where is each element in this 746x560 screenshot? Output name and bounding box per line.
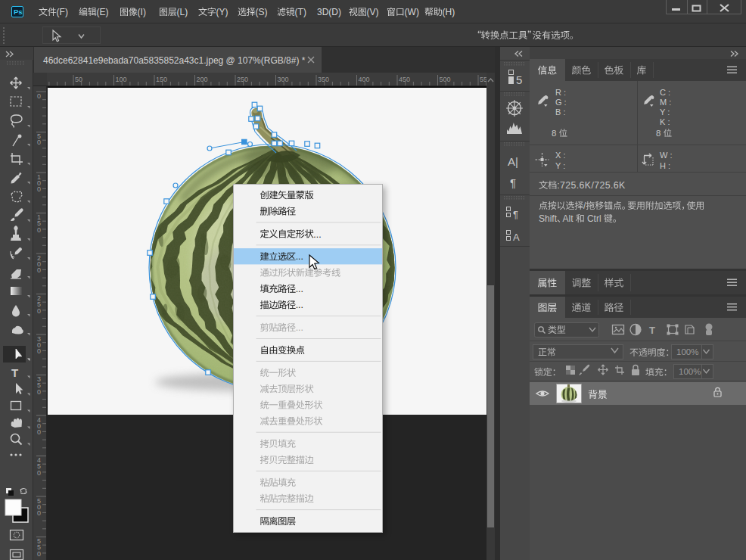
svg-text:0: 0 <box>37 307 41 315</box>
svg-text:150: 150 <box>156 76 167 83</box>
svg-text:100: 100 <box>116 76 127 83</box>
svg-text:R :: R : <box>555 88 566 97</box>
svg-text:0: 0 <box>37 138 41 146</box>
svg-text:0: 0 <box>37 226 41 234</box>
svg-text:0: 0 <box>37 428 41 436</box>
svg-text:0: 0 <box>37 469 41 477</box>
svg-text:¶: ¶ <box>510 176 516 189</box>
svg-text:Ctrl: Ctrl <box>585 213 604 224</box>
svg-text:G :: G : <box>555 98 567 107</box>
svg-text:(E): (E) <box>97 7 109 17</box>
svg-text:(F): (F) <box>57 7 68 17</box>
svg-text:100%: 100% <box>676 347 698 356</box>
svg-text:Y :: Y : <box>555 161 565 170</box>
svg-text:...: ... <box>296 251 303 262</box>
svg-text:8: 8 <box>552 129 559 138</box>
svg-text:W :: W : <box>660 151 673 160</box>
svg-text:(L): (L) <box>177 7 188 17</box>
svg-text:0: 0 <box>37 347 41 355</box>
svg-text:250: 250 <box>237 76 248 83</box>
svg-text:...: ... <box>296 322 303 333</box>
svg-text:0: 0 <box>37 509 41 517</box>
svg-text:(H): (H) <box>443 7 455 17</box>
svg-text:200: 200 <box>197 76 208 83</box>
svg-text:T: T <box>649 325 655 336</box>
svg-text:0: 0 <box>37 92 41 100</box>
svg-text:Y :: Y : <box>660 107 670 117</box>
svg-text:8: 8 <box>656 129 664 138</box>
svg-text:C :: C : <box>660 88 670 97</box>
svg-text:Alt: Alt <box>563 213 576 224</box>
svg-text::725.6K/725.6K: :725.6K/725.6K <box>557 180 626 191</box>
svg-text:500: 500 <box>440 76 451 83</box>
svg-text:0: 0 <box>37 185 41 193</box>
svg-text:M :: M : <box>660 98 671 107</box>
svg-text:H :: H : <box>660 161 670 170</box>
svg-text:Ps: Ps <box>14 8 23 16</box>
svg-text:46dce62841e9ebada70a5835852a43: 46dce62841e9ebada70a5835852a43c1.jpeg @ … <box>43 55 306 66</box>
svg-text:K :: K : <box>660 117 670 126</box>
svg-text:(T): (T) <box>295 7 306 17</box>
svg-text:A: A <box>513 232 520 243</box>
svg-text:Shift: Shift <box>539 213 558 224</box>
svg-text:0: 0 <box>37 266 41 274</box>
svg-text:(V): (V) <box>367 7 379 17</box>
svg-text:3D(D): 3D(D) <box>317 7 341 17</box>
svg-text:...: ... <box>296 284 303 294</box>
svg-text:A|: A| <box>508 155 518 168</box>
svg-text:0: 0 <box>37 388 41 396</box>
svg-text:350: 350 <box>318 76 329 83</box>
svg-text:400: 400 <box>359 76 370 83</box>
svg-text:100%: 100% <box>679 367 701 376</box>
svg-text:B :: B : <box>555 107 565 117</box>
svg-text:450: 450 <box>399 76 410 83</box>
svg-text:5: 5 <box>516 73 522 86</box>
svg-text:(W): (W) <box>405 7 419 17</box>
svg-text:(S): (S) <box>256 7 268 17</box>
svg-text:50: 50 <box>75 76 82 83</box>
svg-text:...: ... <box>313 229 321 240</box>
svg-text:X :: X : <box>555 151 565 160</box>
svg-text:(Y): (Y) <box>216 7 228 17</box>
svg-text:...: ... <box>296 300 303 310</box>
svg-text:0: 0 <box>37 550 41 558</box>
svg-text:T: T <box>11 366 18 379</box>
svg-text:300: 300 <box>278 76 289 83</box>
svg-text:(I): (I) <box>138 7 146 17</box>
svg-text:¶: ¶ <box>513 209 518 220</box>
